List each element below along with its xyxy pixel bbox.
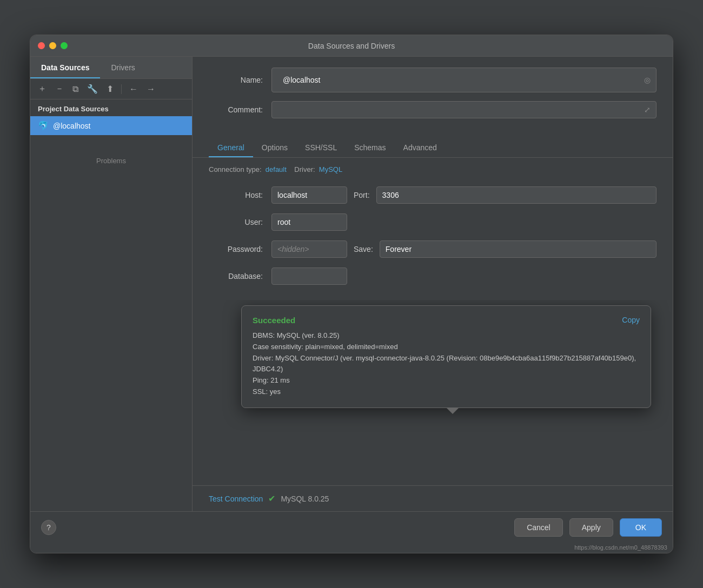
- test-connection-bar: Test Connection ✔ MySQL 8.0.25: [193, 485, 673, 511]
- tab-drivers[interactable]: Drivers: [100, 57, 145, 78]
- tab-options[interactable]: Options: [253, 138, 296, 157]
- driver-label: Driver:: [294, 165, 315, 173]
- bottom-bar: ? Cancel Apply OK: [30, 511, 673, 543]
- tab-schemas[interactable]: Schemas: [346, 138, 394, 157]
- port-input[interactable]: [376, 186, 656, 204]
- popup-line2: Case sensitivity: plain=mixed, delimited…: [253, 342, 640, 353]
- form-area: Name: ◎ Comment: ⤢: [193, 57, 673, 138]
- add-button[interactable]: ＋: [36, 82, 49, 96]
- sidebar-tab-bar: Data Sources Drivers: [30, 57, 192, 79]
- window-title: Data Sources and Drivers: [308, 42, 395, 50]
- password-input[interactable]: <hidden>: [271, 240, 347, 258]
- user-row: User:: [209, 213, 656, 231]
- tabs-bar: General Options SSH/SSL Schemas Advanced: [193, 138, 673, 158]
- toolbar-separator: [121, 84, 122, 94]
- mysql-version: MySQL 8.0.25: [281, 495, 329, 503]
- sidebar-item-label: @localhost: [53, 122, 90, 130]
- host-input[interactable]: [271, 186, 347, 204]
- maximize-button[interactable]: [61, 42, 68, 49]
- database-row: Database:: [209, 268, 656, 285]
- database-label: Database:: [209, 272, 263, 280]
- conn-type-label: Connection type:: [209, 165, 262, 173]
- main-content: Data Sources Drivers ＋ － ⧉ 🔧 ⬆ ← → Proje…: [30, 57, 673, 511]
- ok-button[interactable]: OK: [620, 518, 662, 537]
- comment-input[interactable]: [277, 105, 644, 114]
- right-panel: Name: ◎ Comment: ⤢ General Opti: [193, 57, 673, 511]
- tab-general[interactable]: General: [209, 138, 253, 157]
- title-bar: Data Sources and Drivers: [30, 35, 673, 57]
- tab-ssh-ssl[interactable]: SSH/SSL: [296, 138, 346, 157]
- cancel-button[interactable]: Cancel: [514, 518, 563, 537]
- name-input[interactable]: [277, 72, 644, 88]
- name-input-wrapper: ◎: [271, 68, 656, 92]
- password-row: Password: <hidden> Save:: [209, 240, 656, 258]
- problems-section: Problems: [30, 146, 192, 176]
- popup-line1: DBMS: MySQL (ver. 8.0.25): [253, 330, 640, 342]
- sidebar-toolbar: ＋ － ⧉ 🔧 ⬆ ← →: [30, 79, 192, 99]
- sidebar-item-localhost[interactable]: 🐬 @localhost: [30, 116, 192, 135]
- conn-type-value[interactable]: default: [266, 165, 287, 173]
- main-window: Data Sources and Drivers Data Sources Dr…: [30, 35, 673, 553]
- copy-button-popup[interactable]: Copy: [622, 316, 640, 324]
- remove-button[interactable]: －: [53, 82, 66, 96]
- settings-button[interactable]: 🔧: [85, 83, 100, 95]
- popup-line5: SSL: yes: [253, 386, 640, 398]
- action-buttons: Cancel Apply OK: [514, 518, 662, 537]
- comment-row: Comment: ⤢: [209, 101, 656, 118]
- connection-info: Connection type: default Driver: MySQL: [193, 158, 673, 181]
- project-data-sources-header: Project Data Sources: [30, 99, 192, 116]
- succeeded-label: Succeeded: [253, 316, 295, 325]
- apply-button[interactable]: Apply: [569, 518, 613, 537]
- success-popup: Succeeded Copy DBMS: MySQL (ver. 8.0.25)…: [241, 305, 651, 408]
- name-label: Name:: [209, 76, 263, 84]
- problems-label: Problems: [96, 157, 126, 165]
- fields-section: Host: Port: User: Password: <hidden> Sav…: [193, 181, 673, 300]
- user-label: User:: [209, 218, 263, 226]
- tab-advanced[interactable]: Advanced: [395, 138, 446, 157]
- test-connection-button[interactable]: Test Connection: [209, 495, 263, 503]
- user-input[interactable]: [271, 213, 347, 231]
- expand-icon[interactable]: ⤢: [644, 105, 651, 114]
- save-input[interactable]: [380, 240, 656, 258]
- popup-line3: Driver: MySQL Connector/J (ver. mysql-co…: [253, 353, 640, 376]
- tab-data-sources[interactable]: Data Sources: [30, 57, 100, 78]
- copy-button[interactable]: ⧉: [70, 83, 81, 95]
- port-label: Port:: [354, 191, 370, 199]
- url-bar: https://blog.csdn.net/m0_48878393: [30, 543, 673, 553]
- host-label: Host:: [209, 191, 263, 199]
- popup-overlay: Succeeded Copy DBMS: MySQL (ver. 8.0.25)…: [193, 300, 673, 485]
- popup-content: DBMS: MySQL (ver. 8.0.25) Case sensitivi…: [253, 330, 640, 398]
- close-button[interactable]: [38, 42, 45, 49]
- forward-button[interactable]: →: [144, 83, 157, 95]
- sync-icon: ◎: [644, 76, 651, 84]
- database-input[interactable]: [271, 268, 347, 285]
- host-row: Host: Port:: [209, 186, 656, 204]
- comment-input-wrapper: ⤢: [271, 101, 656, 118]
- save-label: Save:: [354, 245, 373, 253]
- minimize-button[interactable]: [49, 42, 56, 49]
- database-icon: 🐬: [38, 121, 49, 131]
- comment-label: Comment:: [209, 105, 263, 114]
- driver-value[interactable]: MySQL: [319, 165, 342, 173]
- popup-triangle: [446, 407, 459, 414]
- name-row: Name: ◎: [209, 68, 656, 92]
- popup-header: Succeeded Copy: [253, 316, 640, 325]
- move-button[interactable]: ⬆: [104, 83, 116, 95]
- back-button[interactable]: ←: [127, 83, 140, 95]
- check-icon: ✔: [268, 493, 275, 504]
- help-button[interactable]: ?: [41, 520, 56, 535]
- password-label: Password:: [209, 245, 263, 253]
- popup-line4: Ping: 21 ms: [253, 375, 640, 386]
- traffic-lights: [38, 42, 68, 49]
- sidebar: Data Sources Drivers ＋ － ⧉ 🔧 ⬆ ← → Proje…: [30, 57, 193, 511]
